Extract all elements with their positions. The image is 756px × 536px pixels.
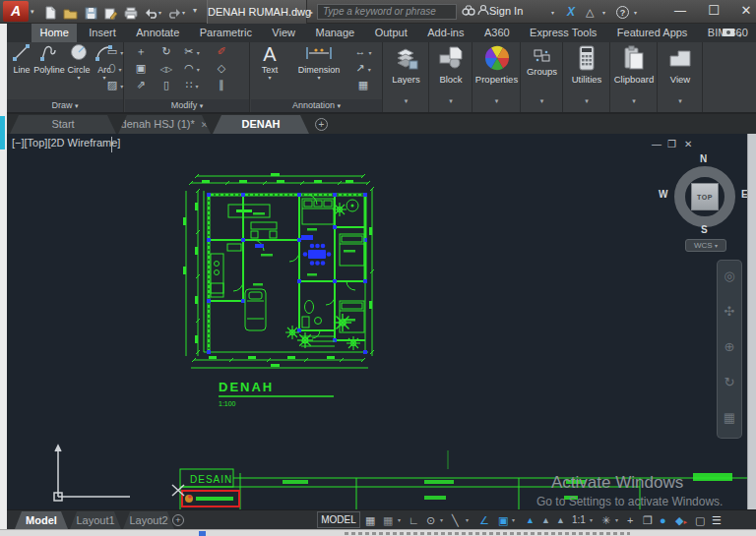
undo-icon[interactable] <box>143 4 159 20</box>
polar-tracking-icon[interactable]: ⊙ <box>426 512 435 528</box>
ortho-mode-icon[interactable]: ∟ <box>409 512 419 528</box>
save-icon[interactable] <box>83 4 99 20</box>
new-drawing-tab-button[interactable]: + <box>315 118 328 131</box>
erase-tool-icon[interactable]: ✐ <box>212 44 231 58</box>
vertical-scrollbar[interactable] <box>747 134 756 509</box>
polar-caret-icon[interactable]: ▾ <box>440 512 443 528</box>
circle-caret-icon[interactable]: ▾ <box>66 75 92 81</box>
stretch-tool-icon[interactable]: ⇗ <box>131 78 151 91</box>
tab-addins[interactable]: Add-ins <box>419 24 472 42</box>
undo-caret-icon[interactable]: ▾ <box>158 9 161 16</box>
viewcube-north[interactable]: N <box>700 153 707 164</box>
panel-view[interactable]: View ▾ <box>659 42 703 112</box>
panel-block[interactable]: Block ▾ <box>430 42 472 112</box>
new-layout-button[interactable]: + <box>172 514 184 526</box>
clean-screen-icon[interactable]: ▢ <box>695 512 705 528</box>
view-caret-icon[interactable]: ▾ <box>659 97 702 105</box>
layers-caret-icon[interactable]: ▾ <box>384 97 428 105</box>
tab-featured-apps[interactable]: Featured Apps <box>609 24 696 42</box>
copy-tool-icon[interactable]: ▣ <box>131 61 151 75</box>
scale-tool-icon[interactable]: ▯ <box>157 78 176 91</box>
plot-icon[interactable] <box>122 4 139 20</box>
iso-caret-icon[interactable]: ▾ <box>466 512 469 528</box>
workspace-caret-icon[interactable]: ▾ <box>615 512 618 528</box>
ribbon-display-toggle-icon[interactable]: ▾ <box>722 27 747 39</box>
tab-express-tools[interactable]: Express Tools <box>522 24 604 42</box>
drawing-canvas[interactable]: [−][Top][2D Wireframe] — ❐ ✕ <box>7 134 756 509</box>
annotation-scale-value[interactable]: 1:1 <box>572 512 586 528</box>
tab-a360[interactable]: A360 <box>476 24 518 42</box>
trim-tool-icon[interactable]: ✂ ▾ <box>182 44 202 58</box>
isolate-objects-icon[interactable]: ● <box>660 512 666 528</box>
groups-caret-icon[interactable]: ▾ <box>522 97 562 105</box>
annotation-panel-title[interactable]: Annotation ▾ <box>251 99 382 112</box>
leader-tool-icon[interactable]: ↔ ▾ <box>353 44 373 58</box>
ellipse-tool-icon[interactable]: ⬯ ▾ <box>105 61 125 75</box>
osnap-caret-icon[interactable]: ▾ <box>512 512 515 528</box>
viewcube-south[interactable]: S <box>701 224 708 235</box>
close-button[interactable]: ✕ <box>731 0 756 23</box>
snap-caret-icon[interactable]: ▾ <box>398 512 401 528</box>
panel-clipboard[interactable]: Clipboard ▾ <box>611 42 658 112</box>
save-as-icon[interactable] <box>102 4 119 20</box>
panel-utilities[interactable]: Utilities ▾ <box>564 42 610 112</box>
search-input[interactable]: Type a keyword or phrase <box>317 4 457 20</box>
block-caret-icon[interactable]: ▾ <box>430 97 472 105</box>
doc-title-expand-icon[interactable]: ▸ <box>309 8 313 17</box>
move-tool-icon[interactable]: ＋ <box>131 44 151 58</box>
panel-properties[interactable]: Properties ▾ <box>473 42 521 112</box>
maximize-button[interactable]: ☐ <box>699 0 728 23</box>
qat-customize-icon[interactable]: ▾ <box>193 6 197 15</box>
fillet-tool-icon[interactable]: ◠ ▾ <box>182 61 202 75</box>
snap-mode-icon[interactable]: ▦ <box>383 512 393 528</box>
autodesk-a360-icon[interactable]: X <box>567 4 575 20</box>
mleader-tool-icon[interactable]: ↗ ▾ <box>353 61 373 75</box>
tab-annotate[interactable]: Annotate <box>128 24 187 42</box>
close-tab-icon[interactable]: ✕ <box>201 120 209 130</box>
text-tool-button[interactable]: A Text ▾ <box>255 43 284 81</box>
workspace-gear-icon[interactable]: ✳ <box>601 512 610 528</box>
file-tab-denah-hsj[interactable]: denah HSJ (1)*✕ <box>118 115 211 134</box>
polyline-tool-button[interactable]: Polyline <box>33 43 65 75</box>
help-icon[interactable]: ? <box>616 4 629 20</box>
graphics-performance-icon[interactable]: ◆▸ <box>675 512 687 528</box>
showmotion-icon[interactable]: ▦ <box>718 410 741 425</box>
file-tab-denah-rumah[interactable]: DENAH RUMAH*✕ <box>213 115 309 134</box>
properties-caret-icon[interactable]: ▾ <box>473 97 520 105</box>
panel-groups[interactable]: Groups ▾ <box>522 42 563 112</box>
panel-layers[interactable]: Layers ▾ <box>384 42 429 112</box>
sign-in-caret-icon[interactable]: ▾ <box>551 9 554 16</box>
viewcube-west[interactable]: W <box>659 189 667 200</box>
modify-panel-title[interactable]: Modify ▾ <box>125 99 249 112</box>
annotation-visibility-icon[interactable]: ▲ <box>526 512 535 528</box>
object-snap-tracking-icon[interactable]: ∠ <box>479 512 489 528</box>
minimize-button[interactable]: — <box>665 0 695 23</box>
quick-properties-icon[interactable]: ❐ <box>643 512 653 528</box>
viewcube-top-face[interactable]: TOP <box>691 183 719 210</box>
app-store-caret-icon[interactable]: ▾ <box>602 9 605 16</box>
redo-caret-icon[interactable]: ▾ <box>182 9 185 16</box>
annotation-monitor-icon[interactable]: + <box>627 512 633 528</box>
app-store-icon[interactable]: △ <box>586 4 594 20</box>
draw-panel-title[interactable]: Draw ▾ <box>7 99 123 112</box>
tab-home[interactable]: Home <box>32 24 76 42</box>
isometric-drafting-icon[interactable]: ╲ <box>452 512 459 528</box>
scale-caret-icon[interactable]: ▾ <box>590 512 593 528</box>
grid-display-icon[interactable]: ▦ <box>365 512 375 528</box>
text-caret-icon[interactable]: ▾ <box>255 75 284 81</box>
open-file-icon[interactable] <box>62 4 79 20</box>
tab-parametric[interactable]: Parametric <box>192 24 260 42</box>
circle-tool-button[interactable]: Circle ▾ <box>66 43 92 81</box>
zoom-icon[interactable]: ⊕ <box>718 339 741 354</box>
dimension-tool-button[interactable]: Dimension ▾ <box>288 43 349 81</box>
mirror-tool-icon[interactable]: ◁▷ <box>157 61 176 75</box>
table-tool-icon[interactable]: ▦ <box>353 78 373 91</box>
pan-icon[interactable]: ✣ <box>718 304 741 319</box>
tab-view[interactable]: View <box>264 24 303 42</box>
sign-in-button[interactable]: Sign In <box>489 5 523 17</box>
layout1-tab[interactable]: Layout1 <box>70 511 121 529</box>
annotation-autoscale-icon[interactable]: ▲ <box>541 512 550 528</box>
customization-menu-icon[interactable]: ☰ <box>712 512 722 528</box>
app-menu-button[interactable]: A <box>3 1 29 22</box>
tab-output[interactable]: Output <box>367 24 415 42</box>
